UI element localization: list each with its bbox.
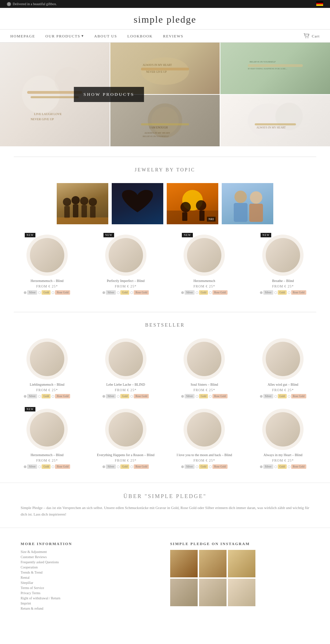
bs-color-gold-5[interactable]: Gold <box>38 464 51 469</box>
footer-link-reviews[interactable]: Customer Reviews <box>21 555 160 559</box>
bs-product-card-8[interactable]: Always in my Heart – Blind FROM € 25* Si… <box>246 409 320 469</box>
bs-color-rose-8[interactable]: Rose Gold <box>288 464 306 469</box>
bs-color-gold-6[interactable]: Gold <box>117 464 129 469</box>
bs-product-card-1[interactable]: Lieblingsmensch – Blind FROM € 25* Silve… <box>10 338 84 398</box>
bs-color-gold-1[interactable]: Gold <box>38 394 51 398</box>
footer-link-withdrawal[interactable]: Right of withdrawal / Return <box>21 596 160 600</box>
footer-link-cooperation[interactable]: Cooperation <box>21 565 160 569</box>
bs-product-card-3[interactable]: Soul Sisters – Blind FROM € 25* Silver G… <box>168 338 241 398</box>
svg-rect-26 <box>255 123 296 125</box>
hero-image-4: I AM ENOUGH ALWAYS IN MY HEART BELIEVE I… <box>110 95 220 146</box>
product-card-2[interactable]: NEW Perfectly Imperfect – Blind FROM € 2… <box>89 235 163 295</box>
instagram-img-1[interactable] <box>170 550 198 577</box>
instagram-img-5[interactable] <box>199 579 227 606</box>
bs-color-silver-4[interactable]: Silver <box>260 394 273 398</box>
bs-product-card-4[interactable]: Alles wird gut – Blind FROM € 25* Silver… <box>246 338 320 398</box>
bs-color-silver-5[interactable]: Silver <box>24 464 37 469</box>
color-gold-2[interactable]: Gold <box>117 290 129 295</box>
bs-color-rose-2[interactable]: Rose Gold <box>130 394 149 398</box>
instagram-grid <box>170 550 309 606</box>
footer-link-tos[interactable]: Terms of Service <box>21 586 160 590</box>
bs-color-gold-2[interactable]: Gold <box>117 394 129 398</box>
color-rose-1[interactable]: Rose Gold <box>52 290 70 295</box>
instagram-img-4[interactable] <box>170 579 198 606</box>
color-silver-2[interactable]: Silver <box>102 290 116 295</box>
svg-rect-8 <box>31 96 79 98</box>
bs-color-rose-1[interactable]: Rose Gold <box>52 394 70 398</box>
footer-instagram-title: SIMPLE PLEDGE ON INSTAGRAM <box>170 542 309 546</box>
svg-point-46 <box>250 191 262 204</box>
instagram-img-3[interactable] <box>228 550 255 577</box>
color-silver-3[interactable]: Silver <box>181 290 195 295</box>
bs-product-name-2: Lebe Liebe Lache – BLIND <box>89 382 163 387</box>
instagram-img-2[interactable] <box>199 550 227 577</box>
bs-color-rose-7[interactable]: Rose Gold <box>209 464 228 469</box>
info-icon: i <box>7 2 11 6</box>
category-heart[interactable] <box>112 183 163 224</box>
product-card-1[interactable]: NEW Herzensmensch – Blind FROM € 25* Sil… <box>10 235 84 295</box>
nav-homepage[interactable]: HOMEPAGE <box>10 34 35 38</box>
bs-color-rose-4[interactable]: Rose Gold <box>288 394 306 398</box>
svg-point-19 <box>151 107 179 134</box>
hero-image-3: BELIEVE IN YOURSELF EVERYTHING HAPPENS F… <box>220 43 330 94</box>
svg-point-40 <box>196 200 206 211</box>
bs-product-card-7[interactable]: I love you to the moon and back – Blind … <box>168 409 241 469</box>
product-card-4[interactable]: NEW Breathe – Blind FROM € 25* Silver Go… <box>246 235 320 295</box>
bs-color-silver-2[interactable]: Silver <box>102 394 116 398</box>
svg-point-34 <box>89 198 97 206</box>
swatch-rose-1: Rose Gold <box>55 290 70 295</box>
footer-link-imprint[interactable]: Imprint <box>21 601 160 605</box>
bs-color-silver-7[interactable]: Silver <box>181 464 195 469</box>
instagram-img-6[interactable] <box>228 579 255 606</box>
color-gold-3[interactable]: Gold <box>196 290 208 295</box>
nav-reviews[interactable]: REVIEWS <box>163 34 183 38</box>
hero-cell-5: ALWAYS IN MY HEART <box>220 95 330 146</box>
site-logo[interactable]: simple pledge <box>0 8 330 29</box>
footer-link-return[interactable]: Return & refund <box>21 607 160 610</box>
footer-link-faq[interactable]: Frequently asked Questions <box>21 560 160 564</box>
color-silver-4[interactable]: Silver <box>260 290 273 295</box>
footer-link-size[interactable]: Size & Adjustment <box>21 550 160 554</box>
color-gold-1[interactable]: Gold <box>38 290 51 295</box>
bs-color-gold-3[interactable]: Gold <box>196 394 208 398</box>
footer-link-trends[interactable]: Trends & Trend <box>21 570 160 574</box>
color-gold-4[interactable]: Gold <box>274 290 287 295</box>
category-couple[interactable] <box>222 183 273 224</box>
bs-product-circle-7 <box>187 412 221 447</box>
bs-color-silver-3[interactable]: Silver <box>181 394 195 398</box>
bs-product-card-2[interactable]: Lebe Liebe Lache – BLIND FROM € 25* Silv… <box>89 338 163 398</box>
show-products-button[interactable]: SHOW PRODUCTS <box>74 87 144 102</box>
bs-color-gold-7[interactable]: Gold <box>196 464 208 469</box>
footer-link-privacy[interactable]: Privacy Terms <box>21 591 160 595</box>
nav-lookbook[interactable]: LOOKBOOK <box>128 34 153 38</box>
product-image-1: NEW <box>26 235 68 276</box>
bs-color-silver-6[interactable]: Silver <box>102 464 116 469</box>
footer-link-rental[interactable]: Rental <box>21 576 160 579</box>
bs-color-rose-3[interactable]: Rose Gold <box>209 394 228 398</box>
bs-product-card-6[interactable]: Everything Happens for a Reason – Blind … <box>89 409 163 469</box>
color-silver-1[interactable]: Silver <box>24 290 37 295</box>
bs-color-gold-4[interactable]: Gold <box>274 394 287 398</box>
nav-products[interactable]: OUR PRODUCTS ▾ <box>45 34 84 38</box>
flag-icon[interactable] <box>316 1 323 7</box>
nav-about[interactable]: ABOUT US <box>94 34 117 38</box>
product-name-1: Herzensmensch – Blind <box>10 279 84 283</box>
product-card-3[interactable]: NEW Herzensmensch FROM € 25* Silver Gold… <box>168 235 241 295</box>
badge-new-2: NEW <box>103 233 114 237</box>
color-rose-3[interactable]: Rose Gold <box>209 290 228 295</box>
color-rose-4[interactable]: Rose Gold <box>288 290 306 295</box>
bs-color-rose-5[interactable]: Rose Gold <box>52 464 70 469</box>
category-sunset[interactable]: NRI <box>167 183 218 224</box>
category-friends[interactable] <box>57 183 108 224</box>
cart-button[interactable]: Cart <box>304 33 320 38</box>
bs-color-gold-8[interactable]: Gold <box>274 464 287 469</box>
footer-link-sitepillar[interactable]: Sitepillar <box>21 581 160 585</box>
bs-product-colors-1: Silver Gold Rose Gold <box>10 394 84 398</box>
bs-color-silver-1[interactable]: Silver <box>24 394 37 398</box>
color-rose-2[interactable]: Rose Gold <box>130 290 149 295</box>
about-text: Simple Pledge – das ist ein Versprechen … <box>21 505 309 517</box>
bs-color-silver-8[interactable]: Silver <box>260 464 273 469</box>
bs-color-rose-6[interactable]: Rose Gold <box>130 464 149 469</box>
bs-product-card-5[interactable]: NEW Herzensmensch – Blind FROM € 25* Sil… <box>10 409 84 469</box>
radio-rose-1 <box>52 291 54 294</box>
